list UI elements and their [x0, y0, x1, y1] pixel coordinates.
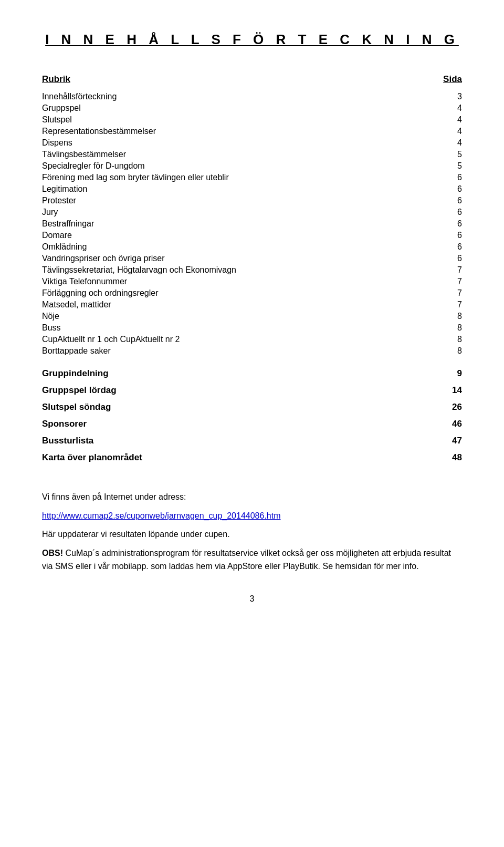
toc-row: Buss8 [42, 322, 462, 334]
toc-row: Legitimation6 [42, 183, 462, 195]
toc-special-row: Gruppspel lördag14 [42, 384, 462, 397]
toc-row: Representationsbestämmelser4 [42, 126, 462, 137]
toc-item-page: 4 [441, 127, 462, 136]
toc-item-page: 8 [441, 335, 462, 344]
footer-section: Vi finns även på Internet under adress: … [42, 490, 462, 573]
toc-item-label: Innehållsförteckning [42, 92, 441, 101]
toc-item-label: Domare [42, 231, 441, 240]
toc-special-row: Slutspel söndag26 [42, 401, 462, 414]
toc-item-label: Buss [42, 323, 441, 333]
toc-item-page: 4 [441, 115, 462, 125]
update-text: Här uppdaterar vi resultaten löpande und… [42, 528, 462, 541]
toc-item-label: Bestraffningar [42, 219, 441, 229]
obs-paragraph: OBS! CuMap´s administrationsprogram för … [42, 546, 462, 573]
toc-item-label: Tävlingssekretariat, Högtalarvagn och Ek… [42, 265, 441, 275]
toc-special-label: Karta över planområdet [42, 452, 441, 463]
toc-item-label: Jury [42, 208, 441, 217]
toc-item-label: Slutspel [42, 115, 441, 125]
toc-item-page: 6 [441, 208, 462, 217]
toc-regular-items: Innehållsförteckning3Gruppspel4Slutspel4… [42, 91, 462, 357]
toc-item-page: 4 [441, 138, 462, 148]
toc-item-label: Vandringspriser och övriga priser [42, 254, 441, 263]
toc-item-label: Legitimation [42, 184, 441, 194]
toc-item-label: Borttappade saker [42, 346, 441, 356]
toc-row: Förläggning och ordningsregler7 [42, 287, 462, 299]
toc-row: Borttappade saker8 [42, 345, 462, 357]
toc-special-label: Sponsorer [42, 419, 441, 429]
toc-item-label: Protester [42, 196, 441, 205]
toc-row: Domare6 [42, 230, 462, 241]
toc-special-label: Bussturlista [42, 436, 441, 446]
toc-row: CupAktuellt nr 1 och CupAktuellt nr 28 [42, 334, 462, 345]
toc-special-row: Karta över planområdet48 [42, 451, 462, 464]
toc-item-page: 6 [441, 242, 462, 252]
toc-item-page: 8 [441, 312, 462, 321]
toc-item-page: 4 [441, 104, 462, 113]
toc-item-page: 6 [441, 173, 462, 182]
toc-row: Specialregler för D-ungdom5 [42, 160, 462, 172]
toc-row: Tävlingssekretariat, Högtalarvagn och Ek… [42, 264, 462, 276]
toc-item-page: 6 [441, 184, 462, 194]
toc-col-rubrik: Rubrik [42, 74, 70, 85]
toc-item-label: CupAktuellt nr 1 och CupAktuellt nr 2 [42, 335, 441, 344]
toc-item-page: 6 [441, 196, 462, 205]
toc-item-page: 5 [441, 161, 462, 171]
toc-item-label: Gruppspel [42, 104, 441, 113]
toc-row: Dispens4 [42, 137, 462, 149]
toc-item-page: 5 [441, 150, 462, 159]
toc-special-label: Gruppindelning [42, 368, 441, 379]
website-link[interactable]: http://www.cumap2.se/cuponweb/jarnvagen_… [42, 511, 281, 520]
toc-special-page: 14 [441, 385, 462, 396]
toc-special-page: 26 [441, 402, 462, 412]
toc-row: Tävlingsbestämmelser5 [42, 149, 462, 160]
toc-item-label: Förläggning och ordningsregler [42, 288, 441, 298]
toc-item-page: 8 [441, 346, 462, 356]
toc-special-label: Slutspel söndag [42, 402, 441, 412]
toc-special-page: 9 [441, 368, 462, 379]
obs-text: CuMap´s administrationsprogram för resul… [42, 549, 451, 571]
toc-item-label: Representationsbestämmelser [42, 127, 441, 136]
toc-special-page: 48 [441, 452, 462, 463]
toc-row: Jury6 [42, 206, 462, 218]
obs-label: OBS! [42, 549, 63, 557]
toc-row: Vandringspriser och övriga priser6 [42, 253, 462, 264]
toc-item-label: Specialregler för D-ungdom [42, 161, 441, 171]
toc-row: Omklädning6 [42, 241, 462, 253]
toc-row: Innehållsförteckning3 [42, 91, 462, 102]
toc-row: Bestraffningar6 [42, 218, 462, 230]
toc-special-page: 46 [441, 419, 462, 429]
toc-item-page: 7 [441, 288, 462, 298]
toc-item-page: 7 [441, 300, 462, 309]
page-title: I N N E H Å L L S F Ö R T E C K N I N G [42, 32, 462, 48]
toc-item-label: Dispens [42, 138, 441, 148]
toc-item-label: Tävlingsbestämmelser [42, 150, 441, 159]
toc-item-label: Matsedel, mattider [42, 300, 441, 309]
toc-row: Gruppspel4 [42, 102, 462, 114]
toc-row: Viktiga Telefonnummer7 [42, 276, 462, 287]
toc-item-page: 6 [441, 231, 462, 240]
toc-item-page: 6 [441, 219, 462, 229]
toc-item-label: Omklädning [42, 242, 441, 252]
toc-item-label: Nöje [42, 312, 441, 321]
toc-item-page: 3 [441, 92, 462, 101]
toc-special-row: Sponsorer46 [42, 418, 462, 430]
toc-special-label: Gruppspel lördag [42, 385, 441, 396]
toc-special-row: Gruppindelning9 [42, 367, 462, 380]
toc-row: Matsedel, mattider7 [42, 299, 462, 311]
toc-col-sida: Sida [443, 74, 462, 85]
internet-text: Vi finns även på Internet under adress: [42, 490, 462, 504]
toc-special-items: Gruppindelning9Gruppspel lördag14Slutspe… [42, 367, 462, 464]
toc-special-row: Bussturlista47 [42, 435, 462, 447]
toc-item-page: 6 [441, 254, 462, 263]
toc-item-page: 7 [441, 265, 462, 275]
toc-row: Slutspel4 [42, 114, 462, 126]
toc-item-label: Förening med lag som bryter tävlingen el… [42, 173, 441, 182]
toc-item-page: 7 [441, 277, 462, 286]
toc-row: Protester6 [42, 195, 462, 206]
toc-item-page: 8 [441, 323, 462, 333]
toc-row: Nöje8 [42, 311, 462, 322]
page-number: 3 [42, 594, 462, 604]
toc-row: Förening med lag som bryter tävlingen el… [42, 172, 462, 183]
toc-item-label: Viktiga Telefonnummer [42, 277, 441, 286]
toc-special-page: 47 [441, 436, 462, 446]
